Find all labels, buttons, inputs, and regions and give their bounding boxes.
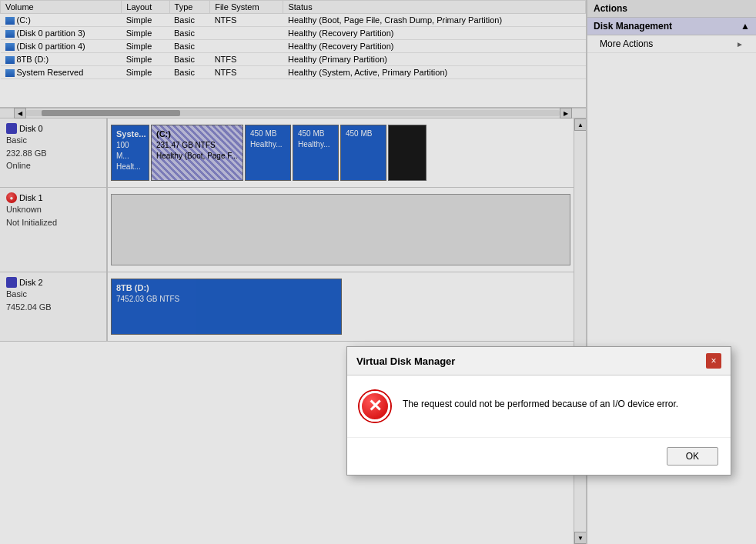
error-icon: ✕: [360, 391, 390, 422]
modal-overlay: Virtual Disk Manager × ✕ The request cou…: [0, 0, 756, 544]
modal-titlebar: Virtual Disk Manager ×: [347, 347, 731, 375]
modal-close-button[interactable]: ×: [706, 353, 721, 369]
modal-message: The request could not be performed becau…: [403, 391, 678, 411]
modal-footer: OK: [347, 437, 731, 475]
ok-button[interactable]: OK: [667, 447, 718, 466]
modal-title: Virtual Disk Manager: [356, 355, 455, 367]
modal-body: ✕ The request could not be performed bec…: [347, 375, 731, 437]
virtual-disk-manager-dialog: Virtual Disk Manager × ✕ The request cou…: [346, 346, 731, 476]
